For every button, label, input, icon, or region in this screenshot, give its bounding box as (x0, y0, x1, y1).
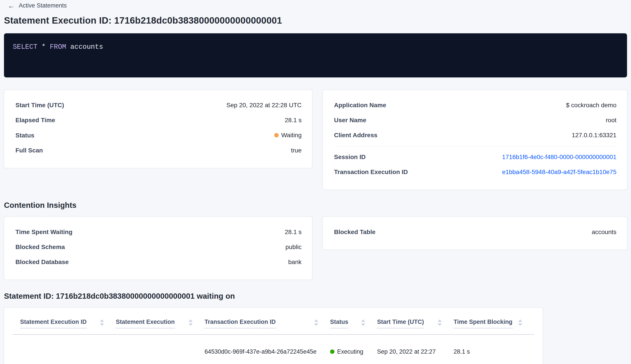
arrow-left-icon: ← (8, 2, 15, 9)
session-card: Application Name $ cockroach demo User N… (322, 90, 627, 190)
application-name-label: Application Name (334, 102, 386, 109)
elapsed-time-label: Elapsed Time (16, 116, 55, 124)
user-name-value: root (606, 116, 616, 124)
start-time-value: Sep 20, 2022 at 22:28 UTC (226, 102, 302, 109)
cell-transaction-execution-id: 64530d0c-969f-437e-a9b4-26a72245e45e (204, 348, 330, 356)
sort-icon (518, 320, 522, 326)
overview-card: Start Time (UTC) Sep 20, 2022 at 22:28 U… (4, 90, 312, 168)
sort-up-icon (361, 320, 365, 322)
cell-start-time: Sep 20, 2022 at 22:27 (377, 348, 454, 356)
sort-icon (189, 320, 192, 326)
header-statement-execution-id[interactable]: Statement Execution ID (20, 318, 116, 328)
row-full-scan: Full Scan true (16, 147, 302, 154)
user-name-label: User Name (334, 116, 366, 124)
waiting-on-heading: Statement ID: 1716b218dc0b38380000000000… (4, 292, 627, 300)
contention-right-card: Blocked Table accounts (322, 217, 627, 250)
table-row: 64530d0c-969f-437e-a9b4-26a72245e45e Exe… (12, 335, 534, 364)
start-time-label: Start Time (UTC) (16, 102, 64, 109)
header-label: Statement Execution (116, 318, 175, 328)
sort-up-icon (100, 320, 104, 322)
sort-down-icon (189, 324, 192, 326)
cell-statement-execution-id (20, 348, 116, 356)
blocked-schema-value: public (286, 243, 302, 251)
header-statement-execution[interactable]: Statement Execution (116, 318, 204, 328)
sql-star-token: * (42, 43, 46, 51)
sql-table-name: accounts (70, 43, 103, 51)
row-transaction-execution-id: Transaction Execution ID e1bba458-5948-4… (334, 168, 616, 176)
contention-left-card: Time Spent Waiting 28.1 s Blocked Schema… (4, 217, 312, 280)
row-time-spent-waiting: Time Spent Waiting 28.1 s (16, 228, 302, 236)
header-label: Time Spent Blocking (454, 318, 512, 328)
status-value: Waiting (281, 132, 302, 139)
sort-icon (100, 320, 104, 326)
sort-down-icon (361, 324, 365, 326)
header-time-spent-blocking[interactable]: Time Spent Blocking (454, 318, 534, 328)
full-scan-label: Full Scan (16, 147, 43, 154)
row-user-name: User Name root (334, 116, 616, 124)
sql-keyword-from: FROM (50, 43, 66, 51)
session-id-link[interactable]: 1716b1f6-4e0c-f480-0000-000000000001 (502, 153, 616, 161)
header-label: Statement Execution ID (20, 318, 87, 328)
elapsed-time-value: 28.1 s (285, 116, 302, 124)
session-card-divider (334, 146, 616, 147)
sql-space (46, 43, 50, 51)
session-id-label: Session ID (334, 153, 366, 161)
back-link-active-statements[interactable]: ← Active Statements (8, 2, 67, 9)
transaction-execution-id-link[interactable]: e1bba458-5948-40a9-a42f-5feac1b10e75 (502, 168, 616, 176)
page-title: Statement Execution ID: 1716b218dc0b3838… (4, 15, 627, 26)
table-body-area: 64530d0c-969f-437e-a9b4-26a72245e45e Exe… (4, 335, 542, 364)
waiting-on-table: Statement Execution ID Statement Executi… (4, 308, 543, 364)
sort-icon (361, 320, 365, 326)
row-blocked-table: Blocked Table accounts (334, 228, 616, 236)
row-client-address: Client Address 127.0.0.1:63321 (334, 132, 616, 139)
blocked-table-value: accounts (592, 228, 616, 236)
time-spent-waiting-label: Time Spent Waiting (16, 228, 72, 236)
sort-up-icon (438, 320, 442, 322)
sql-statement-box: SELECT * FROM accounts (4, 33, 627, 78)
cell-time-spent-blocking: 28.1 s (454, 348, 534, 356)
summary-cards-row: Start Time (UTC) Sep 20, 2022 at 22:28 U… (4, 90, 627, 190)
status-label: Status (16, 132, 34, 139)
blocked-database-label: Blocked Database (16, 258, 68, 266)
sql-space-2 (66, 43, 70, 51)
status-executing-value: Executing (337, 348, 364, 356)
sort-down-icon (438, 324, 442, 326)
full-scan-value: true (291, 147, 302, 154)
header-label: Transaction Execution ID (204, 318, 276, 328)
sql-star (38, 43, 42, 51)
client-address-label: Client Address (334, 132, 378, 139)
table-header-row: Statement Execution ID Statement Executi… (12, 308, 534, 334)
row-session-id: Session ID 1716b1f6-4e0c-f480-0000-00000… (334, 153, 616, 161)
status-badge: Waiting (274, 132, 302, 139)
header-start-time[interactable]: Start Time (UTC) (377, 318, 454, 328)
header-status[interactable]: Status (330, 318, 377, 328)
header-label: Start Time (UTC) (377, 318, 424, 328)
sort-up-icon (518, 320, 522, 322)
sort-down-icon (518, 324, 522, 326)
blocked-schema-label: Blocked Schema (16, 243, 65, 251)
row-start-time: Start Time (UTC) Sep 20, 2022 at 22:28 U… (16, 102, 302, 109)
sort-icon (438, 320, 442, 326)
row-elapsed-time: Elapsed Time 28.1 s (16, 116, 302, 124)
header-label: Status (330, 318, 348, 328)
application-name-value: $ cockroach demo (566, 102, 616, 109)
blocked-database-value: bank (288, 258, 302, 266)
status-executing-dot (330, 350, 334, 354)
time-spent-waiting-value: 28.1 s (285, 228, 302, 236)
sort-down-icon (314, 324, 318, 326)
row-blocked-database: Blocked Database bank (16, 258, 302, 266)
cell-statement-execution (116, 348, 204, 356)
cell-status: Executing (330, 348, 377, 356)
table-header-area: Statement Execution ID Statement Executi… (4, 308, 542, 335)
status-waiting-dot (274, 133, 279, 138)
client-address-value: 127.0.0.1:63321 (572, 132, 616, 139)
breadcrumb-label: Active Statements (19, 2, 67, 9)
header-transaction-execution-id[interactable]: Transaction Execution ID (204, 318, 330, 328)
sort-icon (314, 320, 318, 326)
row-blocked-schema: Blocked Schema public (16, 243, 302, 251)
sort-up-icon (189, 320, 192, 322)
sort-down-icon (100, 324, 104, 326)
sort-up-icon (314, 320, 318, 322)
contention-insights-heading: Contention Insights (4, 201, 627, 210)
statement-execution-details-page: ← Active Statements Statement Execution … (0, 0, 631, 364)
